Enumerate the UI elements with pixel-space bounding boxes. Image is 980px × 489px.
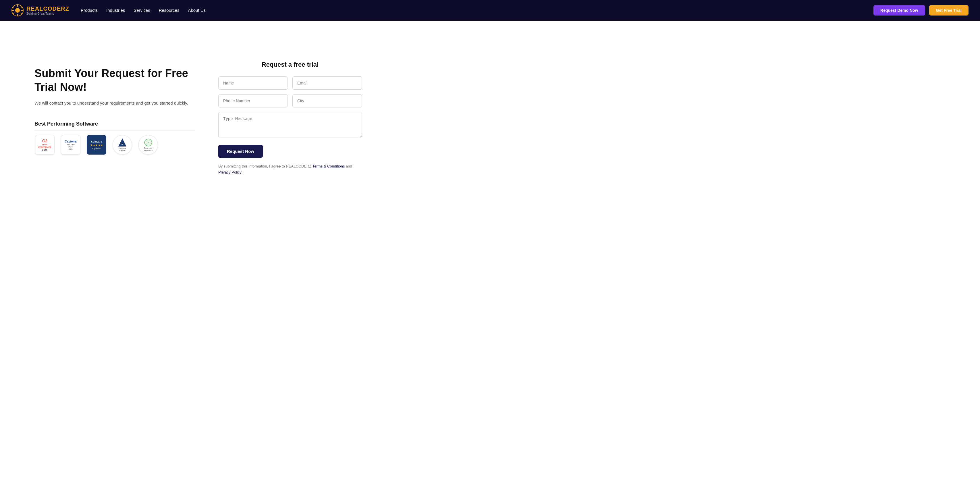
navbar: REALCODERZ Building Great Teams Products… <box>0 0 980 21</box>
request-now-button[interactable]: Request Now <box>218 145 263 158</box>
svg-line-9 <box>13 13 14 14</box>
email-input[interactable] <box>293 76 362 90</box>
nav-item-resources[interactable]: Resources <box>159 8 180 13</box>
badge-capterra: Capterra Best Ease of Use 2021 <box>60 134 81 155</box>
svg-line-6 <box>13 6 14 8</box>
svg-line-8 <box>21 6 22 8</box>
badge-software-advice: SA Customer Support <box>112 134 133 155</box>
request-demo-button[interactable]: Request Demo Now <box>873 5 925 16</box>
best-performing-title: Best Performing Software <box>35 121 195 131</box>
nav-item-industries[interactable]: Industries <box>106 8 125 13</box>
nav-links: Products Industries Services Resources A… <box>81 8 206 13</box>
badge-getapp: ✓ Great User Experience <box>138 134 159 155</box>
logo-icon <box>11 4 24 16</box>
main-heading: Submit Your Request for Free Trial Now! <box>35 67 195 94</box>
badges-row: G2 High Performer 2023 Capterra Best Eas… <box>35 134 195 155</box>
terms-link[interactable]: Terms & Conditions <box>312 164 345 168</box>
svg-text:✓: ✓ <box>147 141 150 144</box>
main-description: We will contact you to understand your r… <box>35 100 195 107</box>
logo-tagline: Building Great Teams <box>26 12 69 15</box>
form-disclaimer: By submitting this information, I agree … <box>218 164 362 175</box>
form-submit-row: Request Now <box>218 145 362 164</box>
form-row-phone-city <box>218 94 362 107</box>
get-free-trial-button[interactable]: Get Free Trial <box>929 5 969 16</box>
form-row-name-email <box>218 76 362 90</box>
name-input[interactable] <box>218 76 288 90</box>
privacy-link[interactable]: Privacy Policy <box>218 170 242 174</box>
logo-brand: REALCODERZ <box>26 5 69 12</box>
svg-text:SA: SA <box>121 143 124 145</box>
city-input[interactable] <box>293 94 362 107</box>
left-panel: Submit Your Request for Free Trial Now! … <box>35 55 195 155</box>
nav-item-services[interactable]: Services <box>134 8 150 13</box>
main-content: Submit Your Request for Free Trial Now! … <box>0 21 980 489</box>
message-textarea[interactable] <box>218 112 362 138</box>
logo: REALCODERZ Building Great Teams <box>11 4 69 16</box>
nav-item-products[interactable]: Products <box>81 8 98 13</box>
svg-point-1 <box>15 8 20 13</box>
navbar-right: Request Demo Now Get Free Trial <box>873 5 969 16</box>
nav-item-about[interactable]: About Us <box>188 8 206 13</box>
phone-input[interactable] <box>218 94 288 107</box>
logo-text: REALCODERZ Building Great Teams <box>26 5 69 15</box>
badge-g2: G2 High Performer 2023 <box>35 134 55 155</box>
right-panel: Request a free trial Request Now By subm… <box>218 55 362 175</box>
badge-software-stars: Software ★★★★★ Top Rated <box>86 134 107 155</box>
svg-line-7 <box>21 13 22 14</box>
form-title: Request a free trial <box>218 61 362 68</box>
svg-marker-10 <box>119 139 126 147</box>
navbar-left: REALCODERZ Building Great Teams Products… <box>11 4 206 16</box>
